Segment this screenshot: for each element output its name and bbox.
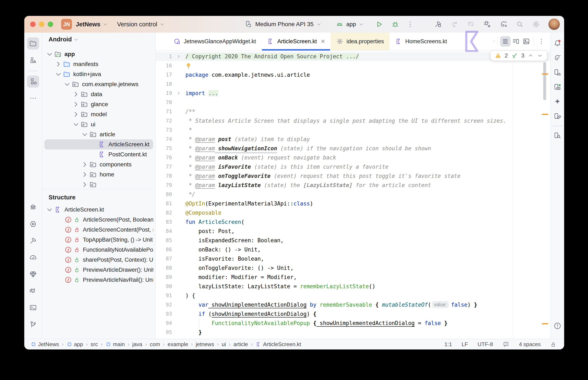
intention-bulb-icon[interactable]	[185, 62, 192, 70]
code-line-84[interactable]: 84 post: Post,	[156, 227, 550, 236]
tool-button-git-branch[interactable]	[27, 318, 39, 330]
tree-row[interactable]	[44, 180, 153, 189]
tree-row-model[interactable]: model	[44, 109, 153, 119]
chevron-down-icon[interactable]	[72, 120, 80, 128]
code-line-82[interactable]: 82@Composable	[156, 208, 550, 217]
structure-item[interactable]: fArticleScreenContent(Post, ()	[44, 225, 153, 235]
warning-stripe-mark[interactable]	[542, 323, 548, 324]
tab-homescreens[interactable]: HomeScreens.kt	[389, 33, 453, 50]
breadcrumb-item[interactable]: app	[66, 341, 83, 348]
tree-row-manifests[interactable]: manifests	[44, 59, 153, 69]
unlocked-icon[interactable]	[550, 341, 557, 348]
code-line-93[interactable]: 93 if (showUnimplementedActionDialog) {	[156, 309, 550, 319]
tree-row-article[interactable]: article	[44, 129, 153, 139]
tool-button-terminal[interactable]	[27, 302, 39, 314]
tool-button-build-hammer[interactable]	[27, 235, 39, 247]
prev-problem-button[interactable]	[528, 53, 534, 58]
device-selector[interactable]: Medium Phone API 35	[244, 20, 322, 28]
code-line-17[interactable]: 17package com.example.jetnews.ui.article	[156, 70, 550, 79]
hidden-tabs-dropdown[interactable]	[493, 39, 495, 44]
tool-button-benchmark-gauge[interactable]	[27, 251, 39, 264]
zoom-window-button[interactable]	[48, 21, 53, 27]
fold-chevron-icon[interactable]	[172, 52, 185, 61]
tree-row-ui[interactable]: ui	[44, 119, 153, 129]
tree-row-data[interactable]: data	[44, 89, 153, 99]
tool-button-more[interactable]	[27, 92, 39, 104]
structure-item[interactable]: fArticleScreen(Post, Boolean,	[44, 215, 153, 225]
tab-jetnewsglanceappwidget[interactable]: JetnewsGlanceAppWidget.kt	[168, 33, 261, 50]
more-actions-button[interactable]: ⋮	[407, 21, 413, 27]
tab-articlescreen[interactable]: ArticleScreen.kt ✕	[261, 33, 331, 50]
editor-options-button[interactable]: ⋮	[536, 38, 547, 44]
tree-row-postcontent-kt[interactable]: PostContent.kt	[44, 150, 153, 159]
tool-button-app-inspection[interactable]	[27, 201, 39, 213]
tool-button-profiler[interactable]	[27, 218, 39, 230]
structure-item[interactable]: fPreviewArticleDrawer(): Unit	[44, 265, 153, 275]
tool-button-device-mirror[interactable]	[552, 111, 563, 122]
code-line-16[interactable]: 16	[156, 61, 550, 70]
code-line-91[interactable]: 91) {	[156, 291, 550, 300]
next-problem-button[interactable]	[537, 53, 543, 58]
tree-row-home[interactable]: home	[44, 170, 153, 180]
breadcrumb-item[interactable]: ui	[222, 341, 226, 348]
tool-button-device-explorer[interactable]	[552, 130, 563, 141]
split-editor-button[interactable]	[510, 36, 521, 47]
breadcrumb-item[interactable]: jetnews	[196, 341, 214, 348]
tree-row-glance[interactable]: glance	[44, 99, 153, 109]
tool-button-running-devices[interactable]	[552, 82, 563, 93]
code-line-87[interactable]: 87 isFavorite: Boolean,	[156, 254, 550, 263]
file-encoding[interactable]: UTF-8	[478, 341, 493, 348]
tool-button-notifications-bell[interactable]	[552, 38, 563, 49]
tool-button-logcat-cat[interactable]	[27, 285, 39, 297]
chevron-right-icon[interactable]	[72, 90, 80, 98]
breadcrumb-item[interactable]: JetNews	[31, 341, 59, 348]
code-line-94[interactable]: 94 FunctionalityNotAvailablePopup { show…	[156, 319, 550, 328]
chevron-right-icon[interactable]	[72, 110, 80, 118]
chevron-down-icon[interactable]	[46, 206, 54, 214]
warning-stripe-mark[interactable]	[542, 114, 548, 115]
breadcrumb-item[interactable]: com	[150, 341, 160, 348]
tool-button-gradle-elephant[interactable]	[552, 53, 563, 63]
code-line-74[interactable]: 74 * @param post (state) item to display	[156, 135, 550, 144]
breadcrumb-item[interactable]: example	[168, 341, 188, 348]
inspection-widget[interactable]: 2 3	[490, 51, 547, 61]
chevron-down-icon[interactable]	[63, 80, 71, 88]
code-line-77[interactable]: 77 * @param isFavorite (state) is this i…	[156, 162, 550, 171]
tree-row-app[interactable]: app	[44, 49, 153, 59]
structure-item[interactable]: fsharePost(Post, Context): Un	[44, 255, 153, 265]
tool-button-problems[interactable]	[552, 321, 563, 331]
code-line-19[interactable]: 19import ...	[156, 89, 550, 98]
chevron-right-icon[interactable]	[81, 181, 89, 189]
chevron-right-icon[interactable]	[72, 100, 80, 108]
code-line-83[interactable]: 83fun ArticleScreen(	[156, 217, 550, 227]
settings-button[interactable]	[532, 20, 540, 28]
breadcrumb-item[interactable]: src	[91, 341, 98, 348]
project-view-selector[interactable]: Android	[42, 33, 155, 44]
close-window-button[interactable]	[30, 21, 36, 27]
chevron-right-icon[interactable]	[54, 60, 62, 68]
tool-button-aqi-gem[interactable]	[27, 268, 39, 280]
code-line-90[interactable]: 90 lazyListState: LazyListState = rememb…	[156, 282, 550, 291]
chevron-down-icon[interactable]	[46, 50, 54, 58]
code-line-18[interactable]: 18	[156, 79, 550, 89]
build-button[interactable]	[434, 20, 442, 28]
editor-scrollbar[interactable]	[543, 62, 546, 100]
fold-chevron-icon[interactable]	[172, 89, 185, 98]
debug-button[interactable]	[391, 20, 400, 28]
code-line-88[interactable]: 88 onToggleFavorite: () -> Unit,	[156, 263, 550, 273]
code-line-72[interactable]: 72 * Stateless Article Screen that displ…	[156, 116, 550, 125]
caret-position[interactable]: 1:1	[445, 341, 452, 348]
code-line-85[interactable]: 85 isExpandedScreen: Boolean,	[156, 236, 550, 245]
code-line-79[interactable]: 79 * @param lazyListState (state) the [L…	[156, 181, 550, 190]
code-line-95[interactable]: 95 }	[156, 328, 550, 337]
tab-idea-properties[interactable]: idea.properties	[331, 33, 389, 50]
tree-row-articlescreen-kt[interactable]: ArticleScreen.kt	[44, 139, 153, 150]
minimize-window-button[interactable]	[39, 21, 44, 27]
vcs-menu[interactable]: Version control	[117, 21, 165, 28]
code-line-86[interactable]: 86 onBack: () -> Unit,	[156, 245, 550, 254]
indent-setting[interactable]: 4 spaces	[519, 341, 541, 348]
tool-button-gemini-star[interactable]	[552, 96, 563, 107]
tool-button-structure[interactable]	[27, 76, 39, 88]
chevron-right-icon[interactable]	[81, 171, 89, 178]
gradle-sync-button[interactable]	[499, 20, 508, 28]
